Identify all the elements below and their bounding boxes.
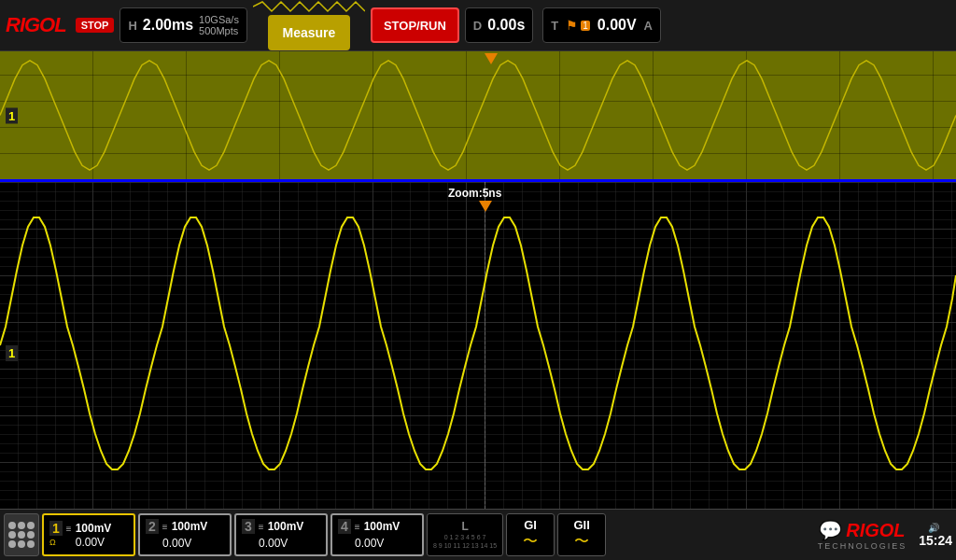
top-bar: RIGOL STOP H 2.00ms 10GSa/s 500Mpts Meas…	[0, 0, 956, 51]
channel1-button[interactable]: 1 ≡ 100mV Ω 0.00V	[42, 513, 135, 556]
delay-display: D 0.00s	[465, 7, 533, 43]
menu-dot	[18, 522, 25, 529]
measure-button[interactable]: Measure	[268, 15, 351, 50]
main-waveform	[0, 182, 956, 509]
trigger-icons: ⚑ 1	[566, 18, 590, 33]
channel1-top: 1 ≡ 100mV	[49, 521, 111, 536]
wechat-icon: 💬	[819, 519, 842, 541]
ch3-icon: ≡	[259, 522, 264, 532]
rigol-logo: RIGOL	[6, 13, 66, 37]
h-sub1: 10GSa/s	[199, 14, 239, 25]
clock-display: 15:24	[919, 533, 952, 548]
logic-row1: 0 1 2 3 4 5 6 7	[433, 533, 497, 541]
trigger-arrow-zoom	[479, 201, 492, 212]
trigger-channel-badge: 1	[581, 21, 590, 31]
ch1-offset: 0.00V	[59, 536, 105, 549]
waveform-preview-icon	[253, 0, 365, 13]
d-value: 0.00s	[487, 17, 525, 34]
h-label: H	[128, 19, 136, 33]
ch1-marker-main: 1	[6, 345, 18, 361]
stop-badge: STOP	[76, 18, 115, 33]
channel2-top: 2 ≡ 100mV	[146, 519, 207, 534]
menu-button[interactable]	[4, 513, 39, 556]
gii-label: GII	[573, 518, 589, 532]
ch3-offset: 0.00V	[242, 537, 288, 550]
menu-dot	[27, 540, 35, 548]
ch4-icon: ≡	[355, 522, 360, 532]
scope-main: 1	[0, 182, 956, 509]
horizontal-display: H 2.00ms 10GSa/s 500Mpts	[120, 7, 246, 43]
logic-label-display[interactable]: L 0 1 2 3 4 5 6 7 8 9 10 11 12 13 14 15	[427, 513, 503, 556]
ch2-offset: 0.00V	[146, 537, 191, 550]
waveform-area: 1 Zoom:5ns 1	[0, 51, 956, 509]
ch4-number: 4	[338, 519, 351, 534]
bottom-bar: 1 ≡ 100mV Ω 0.00V 2 ≡ 100mV 0.00V 3 ≡ 10…	[0, 509, 956, 560]
gi-wave-icon: 〜	[523, 532, 538, 552]
t-label: T	[551, 19, 558, 33]
ch3-number: 3	[242, 519, 255, 534]
h-sub2: 500Mpts	[199, 25, 239, 36]
volume-icon: 🔊	[928, 523, 939, 533]
ch2-icon: ≡	[162, 522, 168, 532]
gi-label: GI	[524, 518, 537, 532]
menu-dot	[27, 531, 35, 539]
channel4-button[interactable]: 4 ≡ 100mV 0.00V	[330, 513, 424, 556]
ch4-offset: 0.00V	[338, 537, 384, 550]
channel2-button[interactable]: 2 ≡ 100mV 0.00V	[138, 513, 232, 556]
menu-dot	[18, 531, 25, 539]
channel3-top: 3 ≡ 100mV	[242, 519, 303, 534]
stoprun-button[interactable]: STOP/RUN	[371, 7, 459, 43]
ch3-scale: 100mV	[268, 520, 304, 533]
ch1-marker-overview: 1	[6, 107, 18, 123]
ch2-scale: 100mV	[172, 520, 208, 533]
menu-dot	[18, 540, 25, 548]
gii-wave-icon: 〜	[574, 532, 589, 552]
logic-row2: 8 9 10 11 12 13 14 15	[433, 541, 497, 550]
menu-grid-icon	[8, 522, 35, 548]
d-label: D	[473, 19, 482, 33]
overview-waveform	[0, 51, 956, 179]
menu-dot	[8, 531, 16, 539]
brand-rigol-text: RIGOL	[846, 520, 905, 541]
t-value: 0.00V	[598, 17, 637, 34]
overview-strip: 1	[0, 51, 956, 182]
trigger-display: T ⚑ 1 0.00V A	[542, 7, 661, 43]
ch1-number: 1	[49, 521, 63, 536]
h-value: 2.00ms	[143, 17, 193, 34]
brand-area: 💬 RIGOL TECHNOLOGIES	[818, 519, 907, 551]
gi-button[interactable]: GI 〜	[506, 513, 555, 556]
ch1-coupling: Ω	[49, 538, 56, 547]
brand-logo-row: 💬 RIGOL	[819, 519, 905, 541]
ch1-icon: ≡	[66, 524, 72, 534]
ch4-scale: 100mV	[364, 520, 401, 533]
trigger-arrow-overview	[485, 53, 498, 64]
channel4-top: 4 ≡ 100mV	[338, 519, 400, 534]
menu-dot	[8, 522, 16, 529]
menu-dot	[27, 522, 35, 529]
zoom-label: Zoom:5ns	[448, 187, 501, 200]
gii-button[interactable]: GII 〜	[557, 513, 606, 556]
channel3-button[interactable]: 3 ≡ 100mV 0.00V	[234, 513, 328, 556]
t-unit: A	[644, 19, 653, 33]
menu-dot	[8, 540, 16, 548]
ch2-number: 2	[146, 519, 159, 534]
ch1-scale: 100mV	[76, 522, 112, 535]
brand-sub-text: TECHNOLOGIES	[818, 541, 907, 551]
trigger-flag-icon: ⚑	[566, 18, 578, 33]
